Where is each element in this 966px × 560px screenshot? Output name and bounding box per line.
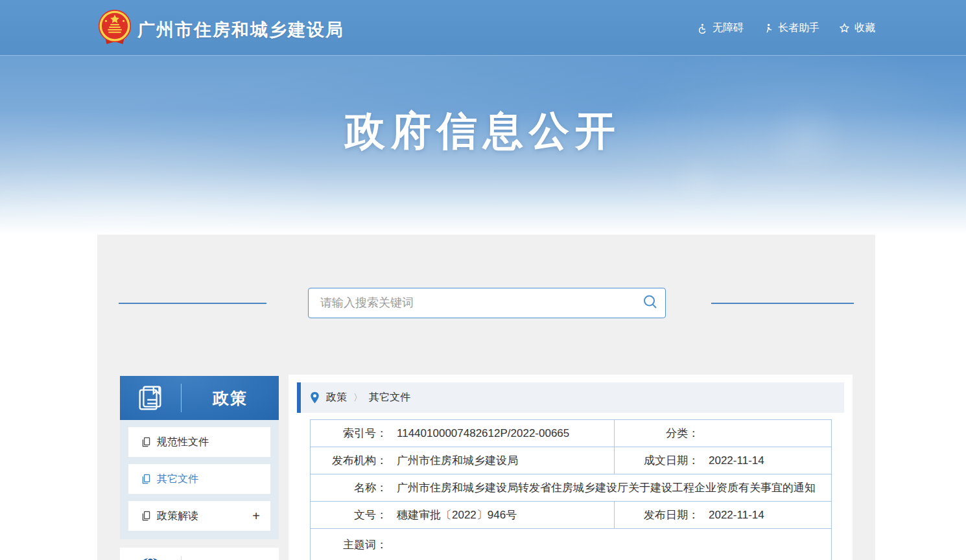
elder-assist-link[interactable]: 长者助手 [763, 21, 819, 35]
sidebar-item-label: 其它文件 [157, 472, 198, 486]
sidebar-item-policy-interpretation[interactable]: 政策解读 + [128, 501, 270, 531]
breadcrumb-separator: 〉 [353, 392, 362, 404]
cell-document-name: 名称： 广州市住房和城乡建设局转发省住房城乡建设厅关于建设工程企业资质有关事宜的… [311, 474, 832, 502]
table-row: 发布机构： 广州市住房和城乡建设局 成文日期： 2022-11-14 [311, 447, 832, 474]
sidebar-item-other-documents[interactable]: 其它文件 [128, 464, 270, 494]
table-row: 名称： 广州市住房和城乡建设局转发省住房城乡建设厅关于建设工程企业资质有关事宜的… [311, 474, 832, 502]
table-row: 索引号： 11440100007482612P/2022-00665 分类： [311, 420, 832, 447]
banner: 政府信息公开 [0, 56, 966, 235]
accessibility-link[interactable]: 无障碍 [697, 21, 744, 35]
cell-publish-date: 发布日期： 2022-11-14 [615, 502, 832, 529]
cell-keywords: 主题词： [311, 529, 832, 560]
table-row: 主题词： [311, 529, 832, 560]
location-pin-icon [310, 391, 320, 404]
page-title: 政府信息公开 [0, 104, 966, 158]
breadcrumb-item-other-documents[interactable]: 其它文件 [369, 391, 410, 404]
content-container: 政策 规范性文件 [97, 235, 875, 560]
sidebar-section-policy[interactable]: 政策 [120, 376, 279, 420]
elder-icon [763, 23, 773, 34]
cell-document-number: 文号： 穗建审批〔2022〕946号 [311, 502, 615, 529]
sidebar-menu: 规范性文件 其它文件 [120, 420, 279, 539]
accessibility-label: 无障碍 [713, 21, 744, 35]
page: 广州市住房和城乡建设局 无障碍 [0, 0, 966, 560]
cell-category: 分类： [615, 420, 832, 447]
cell-index-number: 索引号： 11440100007482612P/2022-00665 [311, 420, 615, 447]
site-header: 广州市住房和城乡建设局 无障碍 [0, 0, 966, 56]
expand-plus-icon[interactable]: + [252, 509, 260, 522]
star-icon [839, 23, 850, 34]
search-icon [642, 294, 659, 312]
document-icon [141, 474, 151, 484]
table-row: 文号： 穗建审批〔2022〕946号 发布日期： 2022-11-14 [311, 502, 832, 529]
breadcrumb-item-policy[interactable]: 政策 [326, 391, 347, 404]
accessibility-icon [697, 23, 708, 34]
decorative-line-right [711, 303, 854, 304]
cell-publisher: 发布机构： 广州市住房和城乡建设局 [311, 447, 615, 474]
book-icon [120, 383, 181, 413]
search-input[interactable] [309, 288, 635, 318]
favorite-link[interactable]: 收藏 [839, 21, 875, 35]
main-panel: 政策 〉 其它文件 索引号： 11440100007482612P/2022-0… [289, 375, 853, 560]
site-title: 广州市住房和城乡建设局 [137, 18, 344, 41]
sidebar-head-divider [181, 556, 182, 560]
sidebar-item-label: 规范性文件 [157, 436, 209, 449]
document-icon [141, 437, 151, 447]
elder-assist-label: 长者助手 [778, 21, 819, 35]
national-emblem-logo [96, 8, 134, 46]
sidebar-item-label: 政策解读 [157, 509, 198, 523]
breadcrumb: 政策 〉 其它文件 [297, 382, 844, 413]
sidebar-section-title: 政策 [182, 388, 279, 409]
favorite-label: 收藏 [854, 21, 875, 35]
search-button[interactable] [635, 288, 665, 318]
decorative-line-left [119, 303, 266, 304]
globe-icon [120, 556, 181, 560]
header-utility-links: 无障碍 长者助手 收藏 [697, 21, 875, 35]
cell-written-date: 成文日期： 2022-11-14 [615, 447, 832, 474]
document-detail-table: 索引号： 11440100007482612P/2022-00665 分类： [310, 419, 832, 560]
document-icon [141, 511, 151, 521]
search-box [308, 288, 666, 318]
sidebar-section-government-info[interactable]: 政府信息公开 [120, 548, 279, 560]
sidebar-item-normative-documents[interactable]: 规范性文件 [128, 427, 270, 457]
sidebar: 政策 规范性文件 [120, 376, 279, 560]
